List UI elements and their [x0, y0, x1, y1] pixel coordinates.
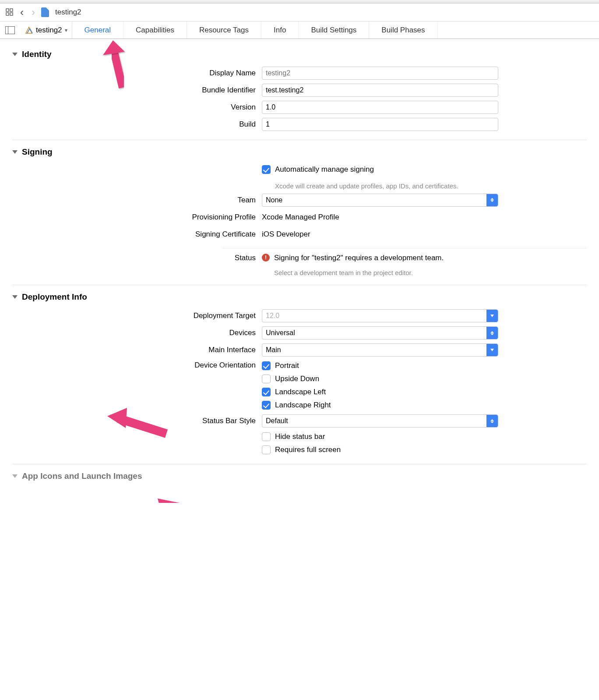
sidebar-toggle-button[interactable] [5, 26, 15, 34]
team-label: Team [17, 196, 262, 205]
bundle-id-label: Bundle Identifier [17, 86, 262, 95]
editor-tabs-bar: testing2 ▾ General Capabilities Resource… [0, 21, 599, 39]
bundle-id-input[interactable] [262, 84, 498, 97]
project-file-icon [41, 7, 49, 17]
project-tabs: General Capabilities Resource Tags Info … [72, 21, 597, 39]
chevron-updown-icon [486, 327, 498, 339]
orientation-landscape-left-label: Landscape Left [275, 388, 326, 396]
auto-signing-label: Automatically manage signing [275, 165, 374, 174]
status-bar-style-select[interactable]: Default [262, 414, 498, 428]
layout-grid-icon[interactable] [5, 8, 14, 17]
section-title: App Icons and Launch Images [22, 471, 142, 481]
requires-full-screen-checkbox[interactable] [262, 445, 271, 454]
hide-status-bar-label: Hide status bar [275, 432, 325, 441]
tab-general[interactable]: General [72, 21, 123, 39]
svg-rect-2 [6, 13, 9, 15]
orientation-landscape-right-checkbox[interactable] [262, 401, 271, 410]
svg-rect-3 [10, 13, 13, 15]
version-label: Version [17, 103, 262, 112]
chevron-updown-icon [486, 194, 498, 206]
auto-signing-note: Xcode will create and update profiles, a… [262, 180, 458, 191]
chevron-updown-icon [486, 415, 498, 427]
svg-rect-1 [10, 9, 13, 11]
build-input[interactable] [262, 118, 498, 131]
auto-signing-checkbox[interactable] [262, 165, 271, 174]
error-icon: ! [262, 254, 270, 262]
team-value: None [266, 196, 282, 204]
team-select[interactable]: None [262, 194, 498, 207]
devices-label: Devices [17, 329, 262, 337]
devices-value: Universal [266, 329, 295, 337]
orientation-portrait-checkbox[interactable] [262, 361, 271, 370]
status-bar-style-label: Status Bar Style [17, 417, 262, 425]
orientation-upsidedown-checkbox[interactable] [262, 375, 271, 383]
section-app-icons: App Icons and Launch Images [12, 464, 587, 485]
status-label: Status [17, 254, 262, 262]
status-note: Select a development team in the project… [262, 267, 413, 277]
window-titlebar [0, 0, 599, 4]
main-interface-value: Main [266, 346, 281, 354]
chevron-updown-icon: ▾ [65, 27, 67, 33]
breadcrumb-project[interactable]: testing2 [55, 8, 81, 17]
nav-back-button[interactable]: ‹ [18, 6, 25, 18]
signing-cert-label: Signing Certificate [17, 230, 262, 239]
tab-capabilities[interactable]: Capabilities [123, 21, 187, 39]
status-message: Signing for "testing2" requires a develo… [274, 254, 444, 262]
devices-select[interactable]: Universal [262, 326, 498, 339]
path-toolbar: ‹ › testing2 [0, 4, 599, 21]
section-title: Identity [22, 49, 52, 59]
requires-full-screen-label: Requires full screen [275, 445, 341, 454]
provisioning-profile-label: Provisioning Profile [17, 213, 262, 222]
section-title: Deployment Info [22, 292, 87, 302]
orientation-upsidedown-label: Upside Down [275, 375, 319, 383]
main-interface-label: Main Interface [17, 346, 262, 354]
tab-resource-tags[interactable]: Resource Tags [187, 21, 261, 39]
disclosure-triangle-icon [12, 150, 18, 154]
section-title: Signing [22, 147, 53, 157]
device-orientation-label: Device Orientation [17, 360, 262, 370]
section-signing: Signing Automatically manage signing Xco… [12, 140, 587, 277]
status-bar-style-value: Default [266, 417, 288, 425]
app-target-icon [25, 26, 33, 35]
nav-forward-button[interactable]: › [30, 6, 37, 18]
orientation-landscape-right-label: Landscape Right [275, 401, 331, 410]
target-selector[interactable]: testing2 ▾ [20, 21, 72, 39]
section-deployment-header[interactable]: Deployment Info [12, 291, 587, 306]
build-label: Build [17, 120, 262, 129]
disclosure-triangle-icon [12, 295, 18, 299]
display-name-label: Display Name [17, 69, 262, 78]
section-identity-header[interactable]: Identity [12, 49, 587, 64]
version-input[interactable] [262, 101, 498, 114]
tab-info[interactable]: Info [261, 21, 299, 39]
orientation-portrait-label: Portrait [275, 361, 299, 370]
orientation-landscape-left-checkbox[interactable] [262, 388, 271, 396]
section-app-icons-header[interactable]: App Icons and Launch Images [12, 470, 587, 485]
chevron-down-icon [486, 344, 498, 356]
disclosure-triangle-icon [12, 474, 18, 478]
display-name-input[interactable] [262, 67, 498, 80]
hide-status-bar-checkbox[interactable] [262, 432, 271, 441]
tab-build-phases[interactable]: Build Phases [369, 21, 437, 39]
chevron-down-icon [486, 310, 498, 322]
tab-build-settings[interactable]: Build Settings [299, 21, 369, 39]
provisioning-profile-value: Xcode Managed Profile [262, 213, 339, 222]
section-deployment-info: Deployment Info Deployment Target 12.0 D… [12, 285, 587, 456]
deployment-target-value: 12.0 [266, 312, 279, 320]
disclosure-triangle-icon [12, 53, 18, 56]
svg-rect-0 [6, 9, 9, 11]
main-interface-combo[interactable]: Main [262, 343, 498, 357]
target-name: testing2 [36, 26, 62, 35]
section-identity: Identity Display Name Bundle Identifier … [12, 44, 587, 132]
signing-cert-value: iOS Developer [262, 230, 310, 239]
deployment-target-combo[interactable]: 12.0 [262, 309, 498, 322]
section-signing-header[interactable]: Signing [12, 146, 587, 161]
deployment-target-label: Deployment Target [17, 311, 262, 320]
